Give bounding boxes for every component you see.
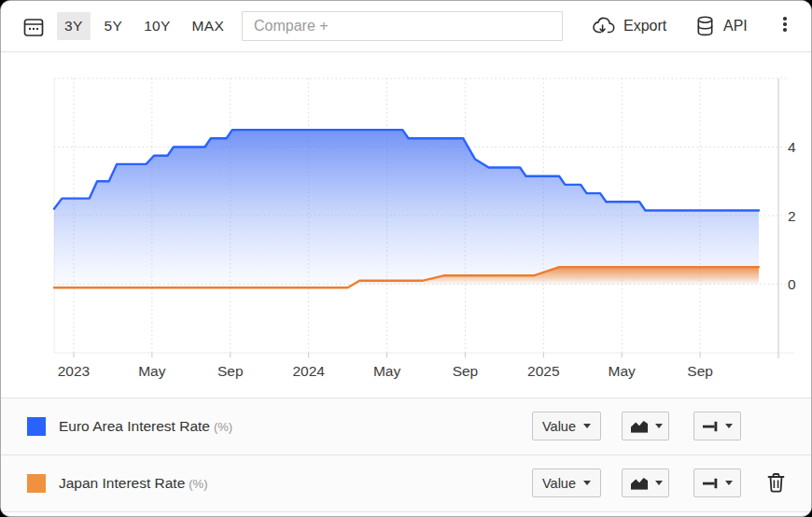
euro-area-series-label: Euro Area Interest Rate(%) xyxy=(59,418,232,435)
area-chart-icon xyxy=(629,475,650,491)
value-dropdown-label: Value xyxy=(542,476,576,491)
svg-text:May: May xyxy=(373,363,401,379)
range-button-5y[interactable]: 5Y xyxy=(97,12,131,40)
more-options-kebab-button[interactable] xyxy=(778,17,791,37)
svg-text:2024: 2024 xyxy=(292,363,325,379)
interest-rate-area-chart[interactable]: 2023MaySep2024MaySep2025MaySep420 xyxy=(1,52,811,398)
kebab-dot xyxy=(783,22,787,26)
series-name: Japan Interest Rate xyxy=(59,475,185,491)
chevron-down-icon xyxy=(583,424,591,428)
line-style-icon xyxy=(702,476,720,491)
svg-text:0: 0 xyxy=(788,276,796,292)
range-button-3y[interactable]: 3Y xyxy=(57,12,91,40)
svg-text:2025: 2025 xyxy=(527,363,559,379)
svg-text:4: 4 xyxy=(788,139,796,155)
japan-line-style-dropdown[interactable] xyxy=(693,468,741,497)
japan-chart-type-dropdown[interactable] xyxy=(622,468,669,497)
export-button[interactable]: Export xyxy=(589,1,666,51)
svg-text:Sep: Sep xyxy=(687,363,713,379)
japan-color-swatch[interactable] xyxy=(27,474,46,493)
euro-area-chart-type-dropdown[interactable] xyxy=(622,412,669,440)
database-icon xyxy=(695,15,715,37)
series-unit: (%) xyxy=(189,477,207,491)
chevron-down-icon xyxy=(655,424,663,428)
japan-series-label: Japan Interest Rate(%) xyxy=(59,475,208,492)
svg-text:Sep: Sep xyxy=(453,363,479,379)
svg-text:Sep: Sep xyxy=(217,363,244,379)
euro-area-line-style-dropdown[interactable] xyxy=(693,412,741,440)
line-style-icon xyxy=(702,419,720,434)
japan-value-dropdown[interactable]: Value xyxy=(532,468,601,497)
compare-input[interactable] xyxy=(242,11,563,41)
chevron-down-icon xyxy=(725,481,733,485)
legend-row-japan: Japan Interest Rate(%) Value xyxy=(1,455,811,512)
chevron-down-icon xyxy=(583,481,591,485)
series-name: Euro Area Interest Rate xyxy=(59,418,210,434)
area-chart-icon xyxy=(629,418,650,434)
svg-text:May: May xyxy=(138,363,166,379)
date-range-calendar-button[interactable] xyxy=(21,15,46,39)
toolbar: 3Y 5Y 10Y MAX Export API xyxy=(1,1,811,52)
api-label: API xyxy=(723,18,748,35)
export-label: Export xyxy=(623,18,666,35)
series-unit: (%) xyxy=(214,420,232,434)
trash-icon xyxy=(766,471,786,494)
series-legend: Euro Area Interest Rate(%) Value xyxy=(1,398,811,516)
legend-row-euro-area: Euro Area Interest Rate(%) Value xyxy=(1,398,811,455)
svg-text:May: May xyxy=(609,363,637,379)
api-button[interactable]: API xyxy=(695,1,748,51)
delete-series-button[interactable] xyxy=(766,471,786,494)
value-dropdown-label: Value xyxy=(542,419,576,434)
chevron-down-icon xyxy=(725,424,733,428)
svg-text:2: 2 xyxy=(788,208,796,224)
kebab-dot xyxy=(783,17,787,21)
chart-widget-card: 3Y 5Y 10Y MAX Export API xyxy=(0,0,812,517)
chevron-down-icon xyxy=(655,481,663,485)
range-button-max[interactable]: MAX xyxy=(185,12,232,40)
range-button-10y[interactable]: 10Y xyxy=(136,12,177,40)
euro-area-value-dropdown[interactable]: Value xyxy=(532,412,601,440)
time-range-selector: 3Y 5Y 10Y MAX xyxy=(57,1,238,51)
kebab-dot xyxy=(783,28,787,32)
cloud-download-icon xyxy=(589,17,615,35)
svg-text:2023: 2023 xyxy=(58,363,90,379)
calendar-icon xyxy=(21,15,46,39)
euro-area-color-swatch[interactable] xyxy=(27,417,46,436)
